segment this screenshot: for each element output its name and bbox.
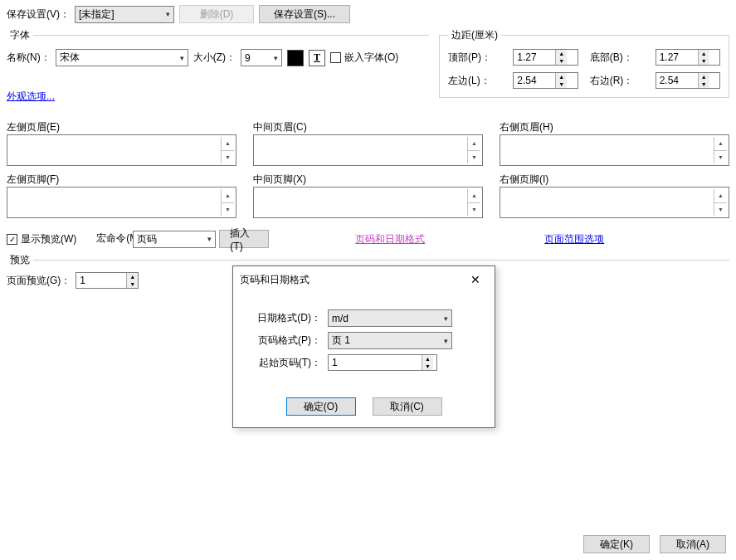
font-name-label: 名称(N)： (7, 51, 51, 65)
spin-down-icon[interactable]: ▼ (422, 363, 433, 370)
chevron-down-icon: ▾ (444, 337, 448, 345)
save-settings-combo[interactable]: [未指定] ▾ (75, 6, 174, 23)
page-range-options-link[interactable]: 页面范围选项 (544, 232, 604, 246)
spin-down-icon[interactable]: ▼ (714, 151, 727, 164)
spin-up-icon[interactable]: ▲ (714, 137, 727, 151)
embed-font-label: 嵌入字体(O) (344, 51, 398, 65)
margin-right-spinner[interactable]: 2.54 ▲▼ (656, 72, 720, 89)
macro-combo[interactable]: 页码 ▾ (133, 231, 216, 248)
margin-top-spinner[interactable]: 1.27 ▲▼ (513, 49, 578, 66)
margins-legend: 边距(厘米) (448, 28, 501, 42)
margin-bottom-value: 1.27 (656, 50, 698, 65)
start-page-value: 1 (329, 355, 422, 370)
left-header-label: 左侧页眉(E) (7, 120, 236, 134)
save-settings-button[interactable]: 保存设置(S)... (259, 5, 350, 23)
show-preview-checkbox[interactable]: ✓ 显示预览(W) (7, 232, 76, 246)
page-date-format-dialog: 页码和日期格式 ✕ 日期格式(D)： m/d ▾ 页码格式(P)： 页 1 ▾ … (232, 265, 495, 428)
macro-value: 页码 (137, 232, 157, 246)
spin-down-icon[interactable]: ▼ (699, 57, 709, 65)
chevron-down-icon: ▾ (207, 235, 212, 243)
font-name-combo[interactable]: 宋体 ▾ (56, 49, 188, 66)
start-page-label: 起始页码(T)： (253, 356, 328, 370)
left-header-textarea[interactable]: ▲▼ (7, 134, 236, 166)
margin-left-spinner[interactable]: 2.54 ▲▼ (513, 72, 578, 89)
font-legend: 字体 (7, 28, 33, 42)
checkbox-checked-icon: ✓ (7, 234, 17, 245)
appearance-options-link[interactable]: 外观选项... (7, 90, 55, 102)
delete-button: 删除(D) (179, 5, 254, 23)
margin-left-value: 2.54 (514, 73, 555, 88)
cancel-button[interactable]: 取消(A) (660, 535, 726, 553)
embed-font-checkbox[interactable]: 嵌入字体(O) (330, 51, 398, 65)
page-format-label: 页码格式(P)： (253, 334, 328, 348)
margin-top-label: 顶部(P)： (448, 51, 501, 65)
spin-up-icon[interactable]: ▲ (714, 189, 727, 203)
page-format-combo[interactable]: 页 1 ▾ (328, 332, 452, 349)
spin-up-icon[interactable]: ▲ (556, 50, 567, 57)
margin-top-value: 1.27 (514, 50, 555, 65)
spin-down-icon[interactable]: ▼ (714, 203, 727, 217)
spin-down-icon[interactable]: ▼ (468, 203, 480, 217)
checkbox-box-icon (330, 52, 341, 63)
spin-down-icon[interactable]: ▼ (222, 151, 234, 164)
margin-right-value: 2.54 (656, 73, 698, 88)
chevron-down-icon: ▾ (166, 10, 170, 18)
margin-right-label: 右边(R)： (590, 74, 644, 88)
page-date-format-link[interactable]: 页码和日期格式 (355, 232, 425, 246)
chevron-down-icon: ▾ (274, 54, 278, 62)
spin-up-icon[interactable]: ▲ (699, 73, 709, 80)
spin-down-icon[interactable]: ▼ (556, 57, 567, 65)
margin-bottom-label: 底部(B)： (590, 51, 644, 65)
center-footer-label: 中间页脚(X) (253, 173, 483, 187)
spin-up-icon[interactable]: ▲ (699, 50, 709, 57)
right-header-label: 右侧页眉(H) (500, 120, 729, 134)
insert-button[interactable]: 插入(T) (219, 230, 269, 248)
center-footer-textarea[interactable]: ▲▼ (253, 187, 483, 218)
page-format-value: 页 1 (332, 334, 350, 348)
spin-up-icon[interactable]: ▲ (422, 355, 433, 363)
save-settings-label: 保存设置(V)： (7, 7, 70, 22)
spin-up-icon[interactable]: ▲ (468, 137, 480, 151)
page-preview-spinner[interactable]: 1 ▲▼ (76, 272, 139, 289)
start-page-spinner[interactable]: 1 ▲▼ (328, 354, 437, 371)
left-footer-textarea[interactable]: ▲▼ (7, 187, 236, 218)
spin-up-icon[interactable]: ▲ (468, 189, 480, 203)
page-preview-label: 页面预览(G)： (7, 274, 71, 288)
right-footer-textarea[interactable]: ▲▼ (500, 187, 729, 218)
dialog-ok-button[interactable]: 确定(O) (286, 397, 356, 416)
right-header-textarea[interactable]: ▲▼ (500, 134, 729, 166)
spin-down-icon[interactable]: ▼ (699, 80, 709, 88)
chevron-down-icon: ▾ (180, 54, 184, 62)
show-preview-label: 显示预览(W) (21, 232, 76, 246)
font-color-swatch[interactable] (287, 50, 304, 66)
page-preview-value: 1 (76, 273, 126, 288)
date-format-label: 日期格式(D)： (253, 311, 328, 325)
center-header-textarea[interactable]: ▲▼ (253, 134, 483, 166)
dialog-cancel-button[interactable]: 取消(C) (373, 397, 442, 416)
macro-label: 宏命令(M)： (96, 233, 129, 244)
date-format-combo[interactable]: m/d ▾ (328, 309, 452, 327)
dialog-title: 页码和日期格式 (240, 273, 310, 287)
close-icon[interactable]: ✕ (463, 271, 488, 288)
underline-icon[interactable]: T (309, 50, 325, 66)
spin-up-icon[interactable]: ▲ (222, 189, 234, 203)
font-size-combo[interactable]: 9 ▾ (241, 49, 282, 66)
chevron-down-icon: ▾ (444, 314, 448, 323)
spin-up-icon[interactable]: ▲ (127, 273, 138, 280)
font-name-value: 宋体 (60, 51, 80, 65)
spin-down-icon[interactable]: ▼ (222, 203, 234, 217)
save-settings-value: [未指定] (79, 7, 115, 22)
margin-bottom-spinner[interactable]: 1.27 ▲▼ (656, 49, 720, 66)
margin-left-label: 左边(L)： (448, 74, 501, 88)
spin-up-icon[interactable]: ▲ (222, 137, 234, 151)
preview-legend: 预览 (7, 253, 33, 267)
spin-down-icon[interactable]: ▼ (127, 280, 138, 288)
ok-button[interactable]: 确定(K) (583, 535, 650, 553)
spin-down-icon[interactable]: ▼ (556, 80, 567, 88)
spin-up-icon[interactable]: ▲ (556, 73, 567, 80)
font-size-label: 大小(Z)： (193, 51, 236, 65)
spin-down-icon[interactable]: ▼ (468, 151, 480, 164)
right-footer-label: 右侧页脚(I) (500, 173, 729, 187)
left-footer-label: 左侧页脚(F) (7, 173, 236, 187)
font-size-value: 9 (245, 52, 251, 64)
